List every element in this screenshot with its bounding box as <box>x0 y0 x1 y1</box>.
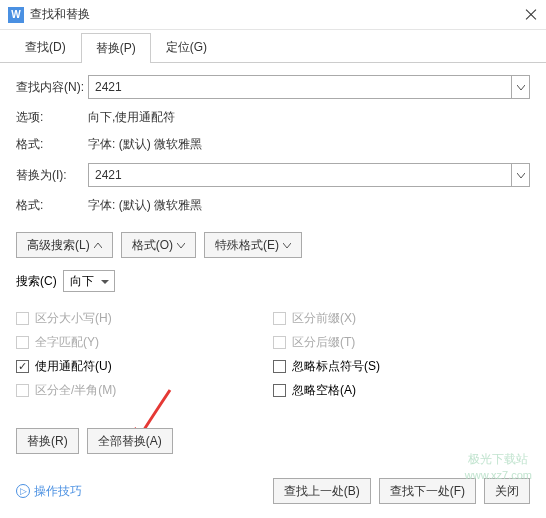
format-button[interactable]: 格式(O) <box>121 232 196 258</box>
find-next-button[interactable]: 查找下一处(F) <box>379 478 476 504</box>
checkbox-ignore-punct[interactable]: 忽略标点符号(S) <box>273 354 530 378</box>
search-direction-select[interactable]: 向下 <box>63 270 115 292</box>
checkbox-wildcard[interactable]: 使用通配符(U) <box>16 354 273 378</box>
checkbox-suffix: 区分后缀(T) <box>273 330 530 354</box>
replace-format-label: 格式: <box>16 197 88 214</box>
chevron-down-icon <box>283 243 291 248</box>
chevron-up-icon <box>94 243 102 248</box>
close-icon[interactable] <box>524 8 538 22</box>
replace-label: 替换为(I): <box>16 167 88 184</box>
help-link[interactable]: ▷ 操作技巧 <box>16 483 82 500</box>
options-value: 向下,使用通配符 <box>88 109 175 126</box>
checkbox-ignore-space[interactable]: 忽略空格(A) <box>273 378 530 402</box>
special-format-button[interactable]: 特殊格式(E) <box>204 232 302 258</box>
find-input[interactable] <box>88 75 512 99</box>
format-button-label: 格式(O) <box>132 237 173 254</box>
advanced-search-label: 高级搜索(L) <box>27 237 90 254</box>
find-prev-button[interactable]: 查找上一处(B) <box>273 478 371 504</box>
replace-format-value: 字体: (默认) 微软雅黑 <box>88 197 202 214</box>
replace-button[interactable]: 替换(R) <box>16 428 79 454</box>
replace-input[interactable] <box>88 163 512 187</box>
find-format-value: 字体: (默认) 微软雅黑 <box>88 136 202 153</box>
options-label: 选项: <box>16 109 88 126</box>
advanced-search-button[interactable]: 高级搜索(L) <box>16 232 113 258</box>
tab-find[interactable]: 查找(D) <box>10 32 81 62</box>
tab-replace[interactable]: 替换(P) <box>81 33 151 63</box>
find-format-label: 格式: <box>16 136 88 153</box>
find-label: 查找内容(N): <box>16 79 88 96</box>
close-button[interactable]: 关闭 <box>484 478 530 504</box>
find-dropdown-icon[interactable] <box>512 75 530 99</box>
checkbox-prefix: 区分前缀(X) <box>273 306 530 330</box>
window-title: 查找和替换 <box>30 6 524 23</box>
search-dir-label: 搜索(C) <box>16 273 57 290</box>
checkbox-whole-word: 全字匹配(Y) <box>16 330 273 354</box>
replace-all-button[interactable]: 全部替换(A) <box>87 428 173 454</box>
search-direction-value: 向下 <box>70 273 94 290</box>
help-link-label: 操作技巧 <box>34 483 82 500</box>
checkbox-case: 区分大小写(H) <box>16 306 273 330</box>
help-icon: ▷ <box>16 484 30 498</box>
replace-dropdown-icon[interactable] <box>512 163 530 187</box>
tab-locate[interactable]: 定位(G) <box>151 32 222 62</box>
chevron-down-icon <box>177 243 185 248</box>
special-format-label: 特殊格式(E) <box>215 237 279 254</box>
checkbox-full-half: 区分全/半角(M) <box>16 378 273 402</box>
app-icon: W <box>8 7 24 23</box>
